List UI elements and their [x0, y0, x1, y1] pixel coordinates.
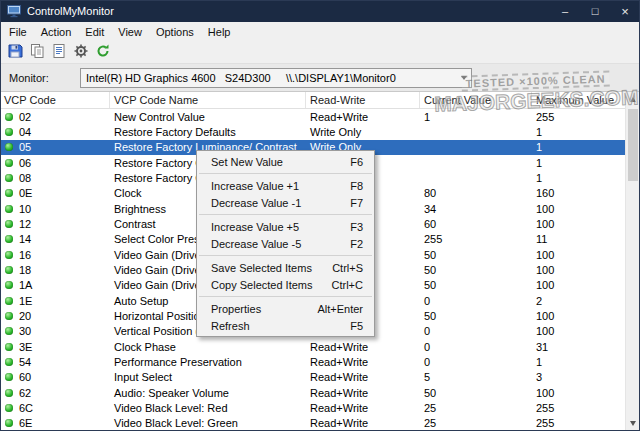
context-menu-label: Copy Selected Items: [211, 279, 313, 291]
menu-options[interactable]: Options: [149, 24, 201, 40]
context-menu-item-copy-selected-items[interactable]: Copy Selected ItemsCtrl+C: [197, 276, 374, 293]
context-menu-shortcut: Ctrl+C: [332, 279, 363, 291]
maximum-value: 100: [532, 324, 625, 339]
current-value: 50: [420, 262, 532, 277]
maximum-value: 100: [532, 385, 625, 400]
vcp-code: 16: [19, 249, 31, 261]
current-value: 50: [420, 247, 532, 262]
maximum-value: 11: [532, 232, 625, 247]
triangle-down-icon: [630, 421, 636, 426]
maximum-value: 1: [532, 124, 625, 139]
column-header-current-value[interactable]: Current Value: [420, 92, 532, 108]
context-menu-label: Set New Value: [211, 156, 283, 168]
table-row[interactable]: 02 New Control Value Read+Write 1 255: [0, 109, 625, 124]
column-header-vcp-code-name[interactable]: VCP Code Name: [110, 92, 306, 108]
vcp-name: New Control Value: [110, 109, 306, 124]
menu-edit[interactable]: Edit: [78, 24, 111, 40]
properties-button[interactable]: [71, 42, 91, 62]
context-menu-separator: [199, 214, 372, 215]
status-led-icon: [5, 404, 13, 412]
status-led-icon: [5, 220, 13, 228]
status-led-icon: [5, 143, 13, 151]
vcp-code: 04: [19, 126, 31, 138]
table-row[interactable]: 6C Video Black Level: Red Read+Write 25 …: [0, 400, 625, 415]
scroll-down-button[interactable]: [626, 416, 640, 431]
context-menu-label: Refresh: [211, 320, 250, 332]
context-menu-shortcut: F2: [350, 238, 363, 250]
close-button[interactable]: ×: [610, 0, 640, 22]
properties-icon: [73, 43, 89, 61]
context-menu-item-properties[interactable]: PropertiesAlt+Enter: [197, 300, 374, 317]
status-led-icon: [5, 251, 13, 259]
status-led-icon: [5, 327, 13, 335]
table-row[interactable]: 60 Input Select Read+Write 5 3: [0, 370, 625, 385]
monitor-select[interactable]: Intel(R) HD Graphics 4600 S24D300 \\.\DI…: [80, 68, 472, 88]
maximum-value: 3: [532, 370, 625, 385]
maximum-value: 100: [532, 247, 625, 262]
vcp-name: Clock Phase: [110, 339, 306, 354]
menu-view[interactable]: View: [111, 24, 149, 40]
vcp-name: Performance Preservation: [110, 354, 306, 369]
column-header-read-write[interactable]: Read-Write: [306, 92, 420, 108]
menu-help[interactable]: Help: [201, 24, 238, 40]
maximize-button[interactable]: □: [580, 0, 610, 22]
current-value: [420, 170, 532, 185]
table-row[interactable]: 62 Audio: Speaker Volume Read+Write 50 1…: [0, 385, 625, 400]
scroll-up-button[interactable]: [626, 92, 640, 107]
context-menu: Set New ValueF6Increase Value +1F8Decrea…: [196, 150, 375, 337]
minimize-button[interactable]: –: [550, 0, 580, 22]
column-header-vcp-code[interactable]: VCP Code: [0, 92, 110, 108]
vcp-code: 6E: [19, 417, 32, 429]
vcp-code: 1A: [19, 279, 32, 291]
context-menu-item-refresh[interactable]: RefreshF5: [197, 317, 374, 334]
context-menu-item-decrease-value-5[interactable]: Decrease Value -5F2: [197, 235, 374, 252]
maximum-value: 1: [532, 140, 625, 155]
refresh-button[interactable]: [93, 42, 113, 62]
vcp-name: Video Black Level: Red: [110, 400, 306, 415]
context-menu-item-set-new-value[interactable]: Set New ValueF6: [197, 153, 374, 170]
maximum-value: 255: [532, 416, 625, 431]
menu-action[interactable]: Action: [34, 24, 79, 40]
maximum-value: 100: [532, 308, 625, 323]
context-menu-item-save-selected-items[interactable]: Save Selected ItemsCtrl+S: [197, 259, 374, 276]
vcp-code: 0E: [19, 187, 32, 199]
menu-file[interactable]: File: [2, 24, 34, 40]
context-menu-item-increase-value-+5[interactable]: Increase Value +5F3: [197, 218, 374, 235]
vertical-scrollbar[interactable]: [625, 92, 640, 431]
monitor-label: Monitor:: [0, 72, 80, 84]
column-header-maximum-value[interactable]: Maximum Value: [532, 92, 625, 108]
maximum-value: 100: [532, 262, 625, 277]
read-write: Read+Write: [306, 339, 420, 354]
scrollbar-thumb[interactable]: [628, 109, 638, 181]
table-row[interactable]: 04 Restore Factory Defaults Write Only 1: [0, 124, 625, 139]
context-menu-label: Decrease Value -1: [211, 197, 301, 209]
vcp-code: 08: [19, 172, 31, 184]
current-value: 50: [420, 308, 532, 323]
save-button[interactable]: [5, 42, 25, 62]
maximum-value: 31: [532, 339, 625, 354]
status-led-icon: [5, 174, 13, 182]
current-value: 0: [420, 339, 532, 354]
context-menu-label: Properties: [211, 303, 261, 315]
context-menu-item-decrease-value-1[interactable]: Decrease Value -1F7: [197, 194, 374, 211]
status-led-icon: [5, 128, 13, 136]
status-led-icon: [5, 205, 13, 213]
table-row[interactable]: 3E Clock Phase Read+Write 0 31: [0, 339, 625, 354]
report-button[interactable]: [49, 42, 69, 62]
context-menu-label: Save Selected Items: [211, 262, 312, 274]
status-led-icon: [5, 189, 13, 197]
window-title: ControlMyMonitor: [27, 5, 550, 17]
vcp-code: 10: [19, 203, 31, 215]
context-menu-label: Increase Value +5: [211, 221, 299, 233]
maximum-value: 1: [532, 155, 625, 170]
context-menu-separator: [199, 296, 372, 297]
table-row[interactable]: 6E Video Black Level: Green Read+Write 2…: [0, 416, 625, 431]
context-menu-item-increase-value-+1[interactable]: Increase Value +1F8: [197, 177, 374, 194]
context-menu-shortcut: F6: [350, 156, 363, 168]
report-icon: [51, 43, 67, 61]
vcp-code: 62: [19, 387, 31, 399]
table-row[interactable]: 54 Performance Preservation Read+Write 0…: [0, 354, 625, 369]
copy-button[interactable]: [27, 42, 47, 62]
vcp-code: 02: [19, 111, 31, 123]
current-value: 255: [420, 232, 532, 247]
